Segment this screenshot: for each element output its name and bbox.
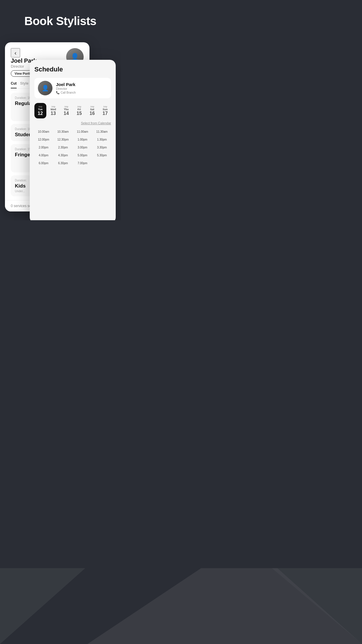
time-slot-1600[interactable]: 4.00pm [34, 153, 53, 158]
date-num-sat: 16 [89, 111, 95, 116]
time-slot-1500[interactable]: 3.00pm [73, 145, 92, 150]
date-month-sat: July [90, 105, 94, 108]
stylist-row: 👤 Joel Park Director 📞 Call Branch [34, 78, 111, 98]
date-month-sun: July [103, 105, 107, 108]
date-num-thu: 14 [64, 111, 69, 116]
date-month-fri: July [77, 105, 81, 108]
date-num-sun: 17 [103, 111, 108, 116]
date-month-wed: July [51, 105, 55, 108]
date-dayname-tue: Tue [38, 108, 43, 111]
date-dayname-sat: Sat [90, 108, 94, 111]
date-dayname-sun: Sun [103, 108, 108, 111]
date-month-tue: July [38, 105, 42, 108]
date-num-fri: 15 [77, 111, 82, 116]
date-item-thu[interactable]: July Thu 14 [60, 103, 72, 118]
time-slot-1700[interactable]: 5.00pm [73, 153, 92, 158]
time-slot-1230[interactable]: 12.30pm [54, 137, 72, 142]
schedule-card: Schedule 👤 Joel Park Director 📞 Call Bra… [30, 60, 116, 220]
time-slot-1430[interactable]: 2.30pm [54, 145, 72, 150]
stylist-name-front: Joel Park [56, 82, 108, 87]
time-slot-1400[interactable]: 2.00pm [34, 145, 53, 150]
select-calendar-link[interactable]: Select from Calendar [34, 121, 111, 125]
time-slot-1200[interactable]: 12.00pm [34, 137, 53, 142]
time-slot-1830[interactable]: 6.30pm [54, 160, 72, 166]
phone-icon: 📞 [56, 91, 59, 94]
time-slot-1330[interactable]: 1.30pm [93, 137, 111, 142]
time-slot-1900[interactable]: 7.00pm [73, 160, 92, 166]
date-item-tue[interactable]: July Tue 12 [34, 103, 46, 118]
stylist-role-front: Director [56, 87, 108, 90]
time-slot-1030[interactable]: 10.30am [54, 129, 72, 134]
date-dayname-wed: Wed [50, 108, 56, 111]
time-slot-1100[interactable]: 11.00am [73, 129, 92, 134]
date-num-tue: 12 [38, 111, 43, 116]
call-label: Call Branch [61, 91, 76, 94]
cards-container: ‹ Joel Park Director View Portfolio 👤 Cu… [5, 42, 116, 211]
date-item-fri[interactable]: July Fri 15 [73, 103, 85, 118]
avatar-front: 👤 [38, 81, 52, 95]
call-branch[interactable]: 📞 Call Branch [56, 91, 108, 94]
date-dayname-thu: Thu [64, 108, 69, 111]
date-item-wed[interactable]: July Wed 13 [48, 103, 59, 118]
date-item-sat[interactable]: July Sat 16 [86, 103, 98, 118]
time-slot-empty [93, 160, 111, 166]
back-button[interactable]: ‹ [11, 48, 20, 57]
time-slot-1300[interactable]: 1.00pm [73, 137, 92, 142]
time-slot-1530[interactable]: 3.30pm [93, 145, 111, 150]
time-slot-1730[interactable]: 5.30pm [93, 153, 111, 158]
date-month-thu: July [64, 105, 68, 108]
time-slot-1800[interactable]: 6.00pm [34, 160, 53, 166]
time-slot-1000[interactable]: 10.00am [34, 129, 53, 134]
tab-style[interactable]: Style [20, 81, 29, 88]
page-title: Book Stylists [24, 15, 96, 28]
date-item-sun[interactable]: July Sun 17 [99, 103, 111, 118]
time-grid: 10.00am 10.30am 11.00am 11.30am 12.00pm … [34, 129, 111, 166]
date-num-wed: 13 [51, 111, 56, 116]
date-selector: July Tue 12 July Wed 13 July Thu 14 July… [34, 103, 111, 118]
date-dayname-fri: Fri [78, 108, 81, 111]
tab-cut[interactable]: Cut [11, 81, 17, 88]
time-slot-1130[interactable]: 11.30am [93, 129, 111, 134]
stylist-details: Joel Park Director 📞 Call Branch [56, 82, 108, 94]
schedule-title: Schedule [34, 66, 111, 73]
time-slot-1630[interactable]: 4.30pm [54, 153, 72, 158]
